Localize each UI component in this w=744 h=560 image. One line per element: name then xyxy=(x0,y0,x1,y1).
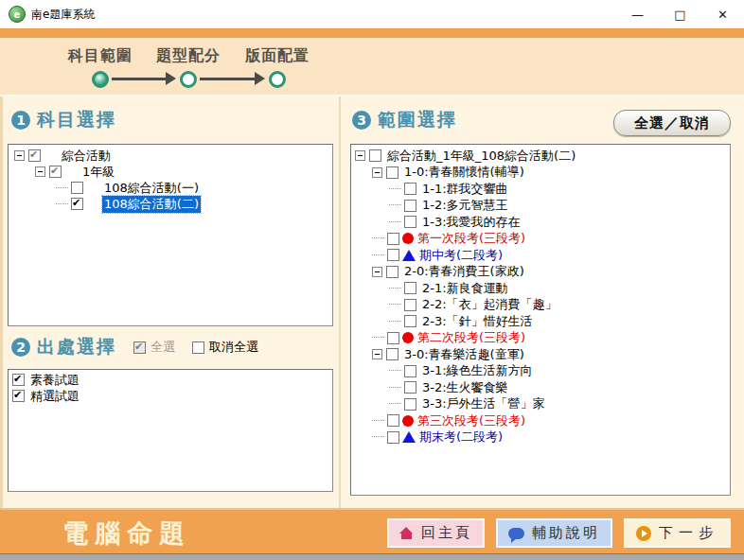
tree-row[interactable]: 2-3:「針」惜好生活 xyxy=(351,313,730,330)
tree-connector xyxy=(372,436,384,438)
tree-connector xyxy=(372,337,384,339)
checkbox[interactable] xyxy=(404,299,416,311)
tree-row[interactable]: 綜合活動_1年級_108綜合活動(二) xyxy=(351,148,730,165)
close-button[interactable]: ✕ xyxy=(701,0,744,28)
main-content: 1 科目選擇 綜合活動1年級108綜合活動(一)108綜合活動(二) 2 出處選… xyxy=(0,95,744,508)
tree-row[interactable]: 第二次段考(三段考) xyxy=(351,330,730,347)
checkbox[interactable] xyxy=(386,348,399,360)
tree-row[interactable]: 3-2:生火饗食樂 xyxy=(351,379,730,396)
checkbox[interactable] xyxy=(12,390,25,402)
checkbox[interactable] xyxy=(404,183,416,195)
tree-item-label: 期末考(二段考) xyxy=(417,429,505,446)
tree-row[interactable]: 1-1:群我交響曲 xyxy=(351,181,730,198)
expand-collapse-icon[interactable] xyxy=(355,150,365,161)
tree-item-label: 1-1:群我交響曲 xyxy=(420,181,510,198)
tree-item-label: 1-0:青春關懷情(輔導) xyxy=(402,164,526,181)
range-tree[interactable]: 綜合活動_1年級_108綜合活動(二)1-0:青春關懷情(輔導)1-1:群我交響… xyxy=(350,144,731,496)
checkbox[interactable] xyxy=(386,166,399,179)
list-item[interactable]: 精選試題 xyxy=(9,388,332,404)
step-label: 題型配分 xyxy=(156,46,221,66)
expand-collapse-icon[interactable] xyxy=(372,349,382,359)
subject-section-header: 1 科目選擇 xyxy=(11,108,116,132)
checkbox[interactable] xyxy=(387,431,399,444)
tree-row[interactable]: 108綜合活動(一) xyxy=(9,180,332,196)
tree-row[interactable]: 第一次段考(三段考) xyxy=(351,231,730,248)
tree-row[interactable]: 1-3:我愛我的存在 xyxy=(351,214,730,231)
checkbox[interactable] xyxy=(404,381,416,394)
tree-row[interactable]: 綜合活動 xyxy=(9,148,332,164)
tree-row[interactable]: 3-0:青春樂活趣(童軍) xyxy=(351,346,730,363)
checkbox[interactable] xyxy=(49,166,62,178)
tree-row[interactable]: 1-0:青春關懷情(輔導) xyxy=(351,165,730,182)
tree-connector xyxy=(389,188,401,190)
source-list[interactable]: 素養試題精選試題 xyxy=(8,369,333,492)
tree-row[interactable]: 第三次段考(三段考) xyxy=(351,412,730,429)
exam-blue-triangle-icon xyxy=(402,431,416,443)
step-arrow-head xyxy=(255,72,265,85)
tree-row[interactable]: 2-0:青春消費王(家政) xyxy=(351,264,730,281)
section-number-badge: 1 xyxy=(11,111,30,130)
checkbox[interactable] xyxy=(404,315,416,327)
list-item[interactable]: 素養試題 xyxy=(9,372,332,388)
step-circle xyxy=(180,71,197,88)
tree-row[interactable]: 3-3:戶外生活「營」家 xyxy=(351,396,730,413)
checkbox[interactable] xyxy=(28,149,41,162)
maximize-button[interactable]: □ xyxy=(659,0,701,28)
select-toggle-button[interactable]: 全選／取消 xyxy=(613,110,731,136)
tree-row[interactable]: 2-2:「衣」起消費「趣」 xyxy=(351,297,730,314)
tree-row[interactable]: 期中考(二段考) xyxy=(351,247,730,264)
section-number-badge: 2 xyxy=(11,338,30,357)
tree-item-label: 3-3:戶外生活「營」家 xyxy=(420,395,547,412)
checkbox[interactable] xyxy=(387,233,399,245)
tree-row[interactable]: 108綜合活動(二) xyxy=(9,196,332,212)
checkbox[interactable] xyxy=(71,182,83,194)
select-all-checkbox: 全選 xyxy=(133,339,175,356)
checkbox[interactable] xyxy=(12,374,25,386)
checkbox[interactable] xyxy=(404,200,416,212)
checkbox[interactable] xyxy=(369,149,381,162)
list-item-label: 精選試題 xyxy=(28,388,81,405)
app-icon: e xyxy=(9,6,26,23)
checkbox[interactable] xyxy=(404,398,416,411)
checkbox[interactable] xyxy=(404,216,416,228)
exam-red-circle-icon xyxy=(402,415,414,427)
expand-collapse-icon[interactable] xyxy=(35,166,45,177)
checkbox[interactable] xyxy=(404,282,416,294)
tree-row[interactable]: 1年級 xyxy=(9,164,332,180)
deselect-all-label: 取消全選 xyxy=(209,339,258,356)
minimize-button[interactable]: — xyxy=(616,0,659,28)
tree-connector xyxy=(372,420,384,422)
tree-connector xyxy=(389,403,401,405)
checkbox[interactable] xyxy=(71,198,83,210)
home-button[interactable]: 回主頁 xyxy=(387,518,485,548)
checkbox[interactable] xyxy=(192,341,204,354)
tree-connector xyxy=(389,304,401,306)
deselect-all-checkbox[interactable]: 取消全選 xyxy=(192,339,258,356)
expand-collapse-icon[interactable] xyxy=(372,167,382,178)
checkbox[interactable] xyxy=(387,414,399,427)
tree-row[interactable]: 期末考(二段考) xyxy=(351,429,730,446)
checkbox[interactable] xyxy=(387,249,399,261)
checkbox[interactable] xyxy=(404,365,416,377)
title-bar: e 南e題庫系統 — □ ✕ xyxy=(0,0,744,28)
button-label: 輔助說明 xyxy=(532,524,600,542)
tree-item-label: 3-0:青春樂活趣(童軍) xyxy=(402,346,526,363)
subject-tree[interactable]: 綜合活動1年級108綜合活動(一)108綜合活動(二) xyxy=(8,144,333,326)
tree-row[interactable]: 1-2:多元智慧王 xyxy=(351,198,730,215)
next-button[interactable]: 下一步 xyxy=(624,518,731,548)
tree-row[interactable]: 2-1:新良食運動 xyxy=(351,280,730,297)
section-number-badge: 3 xyxy=(352,111,371,130)
tree-row[interactable]: 3-1:綠色生活新方向 xyxy=(351,363,730,380)
checkbox[interactable] xyxy=(387,332,399,344)
accent-strip xyxy=(0,28,744,38)
button-label: 回主頁 xyxy=(421,524,472,542)
expand-collapse-icon[interactable] xyxy=(14,150,25,161)
checkbox[interactable] xyxy=(386,266,399,278)
tree-item-label: 2-2:「衣」起消費「趣」 xyxy=(420,296,559,313)
tree-item-label: 第三次段考(三段考) xyxy=(416,412,527,429)
source-section-header: 2 出處選擇 全選 取消全選 xyxy=(11,335,258,359)
section-title: 科目選擇 xyxy=(37,108,116,132)
expand-collapse-icon[interactable] xyxy=(372,267,382,277)
help-button[interactable]: 輔助說明 xyxy=(496,518,612,548)
tree-connector xyxy=(389,221,401,223)
